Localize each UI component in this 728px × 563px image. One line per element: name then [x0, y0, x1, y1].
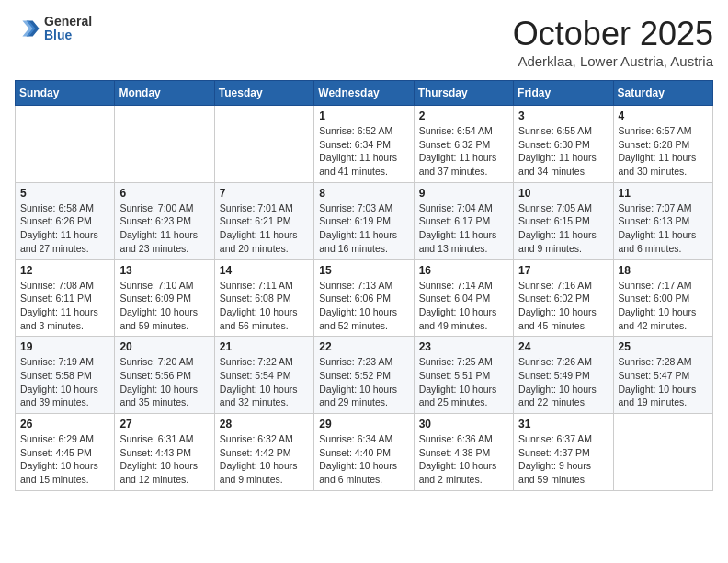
day-info: Sunrise: 7:22 AM Sunset: 5:54 PM Dayligh…	[220, 355, 309, 409]
calendar-cell	[115, 106, 214, 183]
day-info: Sunrise: 6:58 AM Sunset: 6:26 PM Dayligh…	[20, 201, 109, 256]
calendar-week-row: 19Sunrise: 7:19 AM Sunset: 5:58 PM Dayli…	[16, 337, 713, 414]
title-block: October 2025 Aderklaa, Lower Austria, Au…	[513, 15, 713, 69]
weekday-header: Thursday	[414, 81, 513, 106]
day-info: Sunrise: 7:08 AM Sunset: 6:11 PM Dayligh…	[20, 279, 109, 333]
day-number: 29	[319, 418, 408, 431]
day-info: Sunrise: 6:54 AM Sunset: 6:32 PM Dayligh…	[419, 124, 508, 178]
page-header: General Blue October 2025 Aderklaa, Lowe…	[15, 15, 713, 69]
day-number: 26	[20, 418, 109, 431]
weekday-header: Sunday	[16, 81, 115, 106]
calendar-cell: 16Sunrise: 7:14 AM Sunset: 6:04 PM Dayli…	[414, 259, 513, 337]
calendar-cell: 13Sunrise: 7:10 AM Sunset: 6:09 PM Dayli…	[115, 259, 214, 337]
day-number: 14	[220, 264, 309, 277]
calendar-cell: 19Sunrise: 7:19 AM Sunset: 5:58 PM Dayli…	[16, 337, 115, 414]
day-info: Sunrise: 7:03 AM Sunset: 6:19 PM Dayligh…	[319, 201, 408, 256]
calendar-cell: 18Sunrise: 7:17 AM Sunset: 6:00 PM Dayli…	[613, 259, 712, 337]
weekday-header: Monday	[115, 81, 214, 106]
day-number: 17	[518, 264, 608, 277]
weekday-header: Friday	[514, 81, 613, 106]
day-number: 6	[119, 187, 209, 200]
day-number: 22	[319, 340, 408, 353]
day-number: 30	[419, 418, 508, 431]
calendar-cell: 26Sunrise: 6:29 AM Sunset: 4:45 PM Dayli…	[16, 414, 115, 491]
calendar-cell: 22Sunrise: 7:23 AM Sunset: 5:52 PM Dayli…	[314, 337, 414, 414]
calendar-cell: 27Sunrise: 6:31 AM Sunset: 4:43 PM Dayli…	[115, 414, 214, 491]
day-number: 16	[419, 264, 508, 277]
calendar-cell: 5Sunrise: 6:58 AM Sunset: 6:26 PM Daylig…	[16, 182, 115, 259]
day-info: Sunrise: 7:01 AM Sunset: 6:21 PM Dayligh…	[220, 201, 309, 256]
calendar-cell: 8Sunrise: 7:03 AM Sunset: 6:19 PM Daylig…	[314, 182, 414, 259]
logo-general: General	[44, 15, 92, 29]
day-info: Sunrise: 7:07 AM Sunset: 6:13 PM Dayligh…	[619, 201, 708, 256]
calendar-cell: 7Sunrise: 7:01 AM Sunset: 6:21 PM Daylig…	[214, 182, 313, 259]
calendar-cell: 17Sunrise: 7:16 AM Sunset: 6:02 PM Dayli…	[514, 259, 613, 337]
calendar-cell: 20Sunrise: 7:20 AM Sunset: 5:56 PM Dayli…	[115, 337, 214, 414]
calendar-table: SundayMondayTuesdayWednesdayThursdayFrid…	[15, 80, 713, 491]
calendar-cell: 21Sunrise: 7:22 AM Sunset: 5:54 PM Dayli…	[214, 337, 313, 414]
day-number: 11	[619, 187, 708, 200]
calendar-cell: 3Sunrise: 6:55 AM Sunset: 6:30 PM Daylig…	[514, 106, 613, 183]
day-number: 13	[119, 264, 209, 277]
calendar-cell	[613, 414, 712, 491]
weekday-header: Wednesday	[314, 81, 414, 106]
day-number: 8	[319, 187, 408, 200]
calendar-cell: 2Sunrise: 6:54 AM Sunset: 6:32 PM Daylig…	[414, 106, 513, 183]
day-number: 21	[220, 340, 309, 353]
day-info: Sunrise: 7:05 AM Sunset: 6:15 PM Dayligh…	[518, 201, 608, 256]
calendar-week-row: 1Sunrise: 6:52 AM Sunset: 6:34 PM Daylig…	[16, 106, 713, 183]
calendar-cell: 29Sunrise: 6:34 AM Sunset: 4:40 PM Dayli…	[314, 414, 414, 491]
day-info: Sunrise: 7:28 AM Sunset: 5:47 PM Dayligh…	[619, 355, 708, 409]
logo: General Blue	[15, 15, 92, 43]
day-info: Sunrise: 6:29 AM Sunset: 4:45 PM Dayligh…	[20, 432, 109, 487]
calendar-cell: 30Sunrise: 6:36 AM Sunset: 4:38 PM Dayli…	[414, 414, 513, 491]
day-number: 9	[419, 187, 508, 200]
day-number: 5	[20, 187, 109, 200]
day-number: 18	[619, 264, 708, 277]
location: Aderklaa, Lower Austria, Austria	[513, 53, 713, 69]
day-number: 4	[619, 109, 708, 122]
day-info: Sunrise: 7:25 AM Sunset: 5:51 PM Dayligh…	[419, 355, 508, 409]
day-info: Sunrise: 6:37 AM Sunset: 4:37 PM Dayligh…	[518, 432, 608, 487]
day-number: 1	[319, 109, 408, 122]
day-info: Sunrise: 7:26 AM Sunset: 5:49 PM Dayligh…	[518, 355, 608, 409]
day-number: 12	[20, 264, 109, 277]
calendar-cell	[16, 106, 115, 183]
day-number: 15	[319, 264, 408, 277]
calendar-cell: 4Sunrise: 6:57 AM Sunset: 6:28 PM Daylig…	[613, 106, 712, 183]
calendar-cell	[214, 106, 313, 183]
calendar-cell: 28Sunrise: 6:32 AM Sunset: 4:42 PM Dayli…	[214, 414, 313, 491]
day-info: Sunrise: 7:20 AM Sunset: 5:56 PM Dayligh…	[119, 355, 209, 409]
logo-icon	[15, 16, 40, 41]
day-number: 25	[619, 340, 708, 353]
day-number: 24	[518, 340, 608, 353]
day-number: 2	[419, 109, 508, 122]
day-info: Sunrise: 7:11 AM Sunset: 6:08 PM Dayligh…	[220, 279, 309, 333]
logo-blue: Blue	[44, 29, 92, 42]
weekday-header: Saturday	[613, 81, 712, 106]
day-info: Sunrise: 7:19 AM Sunset: 5:58 PM Dayligh…	[20, 355, 109, 409]
day-info: Sunrise: 6:36 AM Sunset: 4:38 PM Dayligh…	[419, 432, 508, 487]
calendar-cell: 31Sunrise: 6:37 AM Sunset: 4:37 PM Dayli…	[514, 414, 613, 491]
day-info: Sunrise: 6:55 AM Sunset: 6:30 PM Dayligh…	[518, 124, 608, 178]
day-info: Sunrise: 6:34 AM Sunset: 4:40 PM Dayligh…	[319, 432, 408, 487]
calendar-cell: 12Sunrise: 7:08 AM Sunset: 6:11 PM Dayli…	[16, 259, 115, 337]
calendar-cell: 23Sunrise: 7:25 AM Sunset: 5:51 PM Dayli…	[414, 337, 513, 414]
day-number: 27	[119, 418, 209, 431]
day-info: Sunrise: 6:57 AM Sunset: 6:28 PM Dayligh…	[619, 124, 708, 178]
day-number: 28	[220, 418, 309, 431]
weekday-header-row: SundayMondayTuesdayWednesdayThursdayFrid…	[16, 81, 713, 106]
day-number: 20	[119, 340, 209, 353]
calendar-cell: 25Sunrise: 7:28 AM Sunset: 5:47 PM Dayli…	[613, 337, 712, 414]
calendar-cell: 10Sunrise: 7:05 AM Sunset: 6:15 PM Dayli…	[514, 182, 613, 259]
calendar-cell: 24Sunrise: 7:26 AM Sunset: 5:49 PM Dayli…	[514, 337, 613, 414]
day-info: Sunrise: 6:31 AM Sunset: 4:43 PM Dayligh…	[119, 432, 209, 487]
day-number: 23	[419, 340, 508, 353]
day-info: Sunrise: 7:13 AM Sunset: 6:06 PM Dayligh…	[319, 279, 408, 333]
day-info: Sunrise: 6:32 AM Sunset: 4:42 PM Dayligh…	[220, 432, 309, 487]
calendar-cell: 9Sunrise: 7:04 AM Sunset: 6:17 PM Daylig…	[414, 182, 513, 259]
calendar-cell: 14Sunrise: 7:11 AM Sunset: 6:08 PM Dayli…	[214, 259, 313, 337]
month-title: October 2025	[513, 15, 713, 53]
day-number: 10	[518, 187, 608, 200]
day-info: Sunrise: 7:16 AM Sunset: 6:02 PM Dayligh…	[518, 279, 608, 333]
